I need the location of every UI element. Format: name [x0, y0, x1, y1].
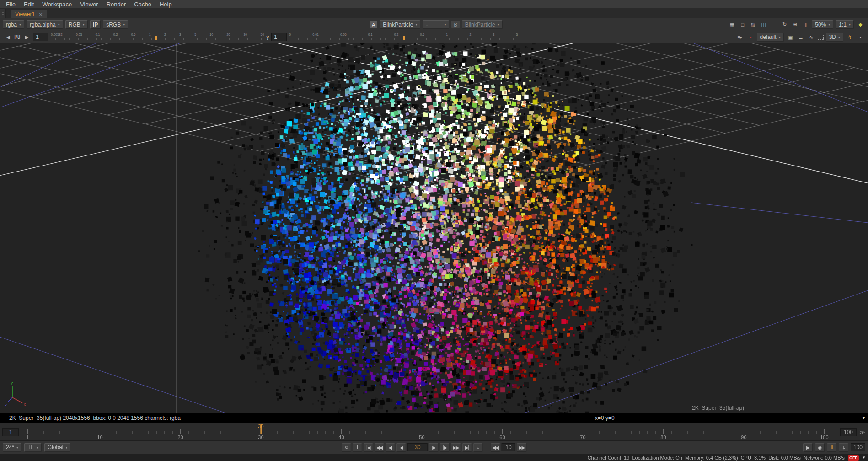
exposure-controls: ◀ f/8 ▶ 1 0.005820.050.10.20.51235102030… [4, 31, 518, 43]
bolt-icon[interactable]: ↯ [846, 33, 854, 41]
chevron-down-icon: ▾ [838, 35, 840, 39]
gamma-slider-marker[interactable] [403, 36, 405, 40]
list-icon[interactable]: ≣ [797, 33, 805, 41]
bookmark-icon[interactable]: I [353, 443, 362, 452]
stereo-modes-icon[interactable]: ≡▸ [736, 33, 744, 41]
range-start-field[interactable]: 1 [2, 428, 19, 436]
jump-forward-icon[interactable]: ▶▶ [517, 443, 526, 452]
menu-render[interactable]: Render [102, 1, 130, 8]
input-b-chip[interactable]: B [451, 21, 459, 28]
menu-workspace[interactable]: Workspace [38, 1, 76, 8]
menu-edit[interactable]: Edit [20, 1, 38, 8]
lookthrough-dropdown[interactable]: default ▾ [757, 33, 784, 42]
scale-dropdown[interactable]: 1:1 ▾ [836, 20, 854, 29]
input-a-dropdown[interactable]: BlinkParticle ▾ [380, 20, 420, 29]
axis-z-label: z [5, 402, 7, 407]
tab-close-icon[interactable]: × [39, 11, 43, 17]
prev-frame-icon[interactable]: ◀| [386, 443, 395, 452]
input-b-dropdown[interactable]: BlinkParticle ▾ [462, 20, 503, 29]
slider-tick-label: 2 [469, 33, 471, 36]
layer-dropdown[interactable]: rgba ▾ [3, 20, 24, 29]
range-end-field[interactable]: 100 [840, 428, 857, 436]
stop-down-icon[interactable]: ◀ [4, 33, 12, 41]
menu-viewer[interactable]: Viewer [76, 1, 102, 8]
menu-file[interactable]: File [2, 1, 20, 8]
info-expand-icon[interactable]: ▼ [862, 416, 866, 420]
status-badge[interactable]: OFF [848, 455, 859, 461]
menu-cache[interactable]: Cache [130, 1, 155, 8]
viewer-update-icon[interactable]: ◆ [856, 21, 864, 28]
gain-slider-marker[interactable] [155, 36, 157, 40]
cache-indicator-icon[interactable]: ◉ [815, 443, 825, 452]
slider-tick-label: 1 [149, 33, 151, 36]
prev-keyframe-icon[interactable]: ◀◀ [375, 443, 384, 452]
input-process-button[interactable]: IP [90, 20, 101, 29]
wave-overlay-icon[interactable]: ∿ [807, 33, 815, 41]
roi-icon[interactable]: ⊕ [791, 21, 799, 28]
status-expand-icon[interactable]: ▼ [862, 456, 866, 460]
channel-controls: rgba ▾ rgba.alpha ▾ RGB ▾ IP sRGB ▾ [3, 18, 128, 31]
record-indicator-icon[interactable]: ● [746, 33, 755, 41]
gain-field[interactable]: 1 [33, 33, 48, 41]
play-forward-icon[interactable]: ▶ [429, 443, 439, 452]
gamma-slider[interactable]: 00.010.050.10.20.51235 [289, 32, 518, 42]
input-a-chip[interactable]: A [370, 21, 377, 28]
wipe-dropdown[interactable]: - ▾ [423, 20, 449, 29]
frame-increment-field[interactable]: 10 [502, 443, 515, 451]
fps-value: 24* [6, 444, 14, 450]
save-sequence-icon[interactable]: ↧ [839, 443, 848, 452]
jump-back-icon[interactable]: ◀◀ [491, 443, 500, 452]
playback-range-end-field[interactable]: 100 [851, 443, 865, 451]
pause-update-icon[interactable]: ‖ [801, 21, 809, 28]
display-channels-dropdown[interactable]: RGB ▾ [65, 20, 88, 29]
layer-value: rgba [6, 21, 17, 28]
toolbar-expand-icon[interactable]: ▾ [856, 33, 864, 41]
menu-help[interactable]: Help [155, 1, 176, 8]
zoom-dropdown[interactable]: 50% ▾ [812, 20, 833, 29]
gamma-field[interactable]: 1 [271, 33, 287, 41]
monitor-icon[interactable]: □ [738, 21, 746, 28]
status-bar: Channel Count: 19 Localization Mode: On … [0, 454, 868, 461]
flipbook-icon[interactable]: ▶ [803, 443, 813, 452]
camera-icon[interactable]: ▣ [786, 33, 794, 41]
wipe-overlay-icon[interactable]: ▨ [749, 21, 757, 28]
chevron-down-icon: ▾ [19, 22, 21, 27]
alpha-channel-dropdown[interactable]: rgba.alpha ▾ [27, 20, 63, 29]
slider-tick-label: 3 [179, 33, 181, 36]
loop-toggle-icon[interactable]: ○ [473, 443, 483, 452]
goto-end-icon[interactable]: ▶| [462, 443, 472, 452]
proxy-toggle-icon[interactable]: ▦ [728, 21, 736, 28]
refresh-icon[interactable]: ↻ [780, 21, 788, 28]
tab-viewer1[interactable]: Viewer1 × [11, 10, 47, 18]
timeline-ruler[interactable] [21, 423, 838, 441]
pane-grip[interactable] [0, 9, 6, 18]
timeline-options-icon[interactable]: ≫ [859, 429, 865, 435]
wipe-value: - [426, 21, 428, 28]
display-channels-value: RGB [69, 21, 80, 28]
format-overlay-label: 2K_Super_35(full-ap) [692, 405, 744, 411]
lookthrough-value: default [760, 34, 777, 40]
current-frame-field[interactable]: 30 [407, 443, 428, 451]
viewport-3d[interactable]: Y x z 2K_Super_35(full-ap) [0, 43, 868, 413]
monitor-out-icon[interactable]: ◫ [759, 21, 767, 28]
projection-dropdown[interactable]: 3D ▾ [826, 33, 843, 42]
timeline-mode-dropdown[interactable]: TF ▾ [24, 443, 42, 452]
next-keyframe-icon[interactable]: ▶▶ [451, 443, 461, 452]
fps-dropdown[interactable]: 24* ▾ [3, 443, 21, 452]
play-backward-icon[interactable]: ◀ [396, 443, 406, 452]
loop-mode-icon[interactable]: ↻ [342, 443, 351, 452]
gain-slider[interactable]: 0.005820.050.10.20.5123510203050 [51, 32, 264, 42]
goto-start-icon[interactable]: |◀ [364, 443, 373, 452]
viewer-menu-icon[interactable]: ≡ [770, 21, 778, 28]
frame-range-value: Global [48, 444, 64, 450]
marquee-select-icon[interactable] [818, 35, 824, 40]
menu-bar: File Edit Workspace Viewer Render Cache … [0, 0, 868, 9]
frame-range-dropdown[interactable]: Global ▾ [44, 443, 71, 452]
frame-increment-value: 10 [505, 444, 511, 450]
viewer-process-dropdown[interactable]: sRGB ▾ [103, 20, 128, 29]
playback-cache-icon[interactable]: ‖ [827, 443, 836, 452]
alpha-value: rgba.alpha [30, 21, 56, 28]
view-3d-controls: ≡▸ ● default ▾ ▣ ≣ ∿ 3D ▾ ↯ ▾ [736, 31, 864, 43]
stop-up-icon[interactable]: ▶ [22, 33, 31, 41]
next-frame-icon[interactable]: |▶ [440, 443, 450, 452]
